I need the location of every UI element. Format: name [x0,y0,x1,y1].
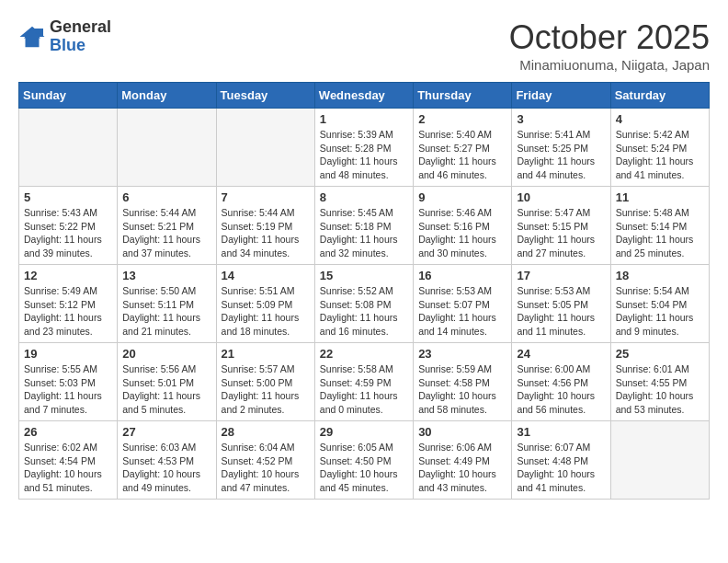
calendar-cell: 14Sunrise: 5:51 AM Sunset: 5:09 PM Dayli… [216,265,314,343]
day-number: 9 [418,190,506,204]
calendar-cell: 21Sunrise: 5:57 AM Sunset: 5:00 PM Dayli… [216,343,314,421]
calendar-header-row: SundayMondayTuesdayWednesdayThursdayFrid… [19,83,710,109]
calendar-cell [118,109,216,187]
calendar-cell: 20Sunrise: 5:56 AM Sunset: 5:01 PM Dayli… [118,343,216,421]
month-title: October 2025 [509,18,710,57]
day-info: Sunrise: 5:50 AM Sunset: 5:11 PM Dayligh… [122,284,210,339]
day-info: Sunrise: 5:46 AM Sunset: 5:16 PM Dayligh… [418,206,506,260]
calendar-cell: 26Sunrise: 6:02 AM Sunset: 4:54 PM Dayli… [19,421,118,500]
day-number: 14 [222,269,310,282]
calendar-cell: 4Sunrise: 5:42 AM Sunset: 5:24 PM Daylig… [610,109,709,187]
calendar-cell [610,421,709,500]
column-header-saturday: Saturday [610,83,709,109]
week-row-5: 26Sunrise: 6:02 AM Sunset: 4:54 PM Dayli… [19,421,710,500]
week-row-1: 1Sunrise: 5:39 AM Sunset: 5:28 PM Daylig… [19,109,710,187]
calendar-cell: 11Sunrise: 5:48 AM Sunset: 5:14 PM Dayli… [610,187,709,265]
day-info: Sunrise: 5:49 AM Sunset: 5:12 PM Dayligh… [24,284,112,339]
day-info: Sunrise: 6:06 AM Sunset: 4:49 PM Dayligh… [418,441,506,495]
day-number: 25 [616,347,704,361]
day-info: Sunrise: 6:00 AM Sunset: 4:56 PM Dayligh… [517,362,605,417]
day-info: Sunrise: 5:55 AM Sunset: 5:03 PM Dayligh… [24,362,112,417]
day-number: 18 [616,269,704,282]
column-header-thursday: Thursday [414,83,512,109]
day-number: 7 [222,190,310,204]
day-info: Sunrise: 5:41 AM Sunset: 5:25 PM Dayligh… [517,128,605,182]
day-info: Sunrise: 5:44 AM Sunset: 5:21 PM Dayligh… [122,206,210,260]
day-number: 16 [418,269,506,282]
day-info: Sunrise: 5:59 AM Sunset: 4:58 PM Dayligh… [418,362,506,417]
calendar-cell: 25Sunrise: 6:01 AM Sunset: 4:55 PM Dayli… [610,343,709,421]
calendar-cell: 5Sunrise: 5:43 AM Sunset: 5:22 PM Daylig… [19,187,118,265]
logo-icon [18,23,46,51]
day-number: 2 [418,112,506,126]
calendar-cell [19,109,118,187]
day-number: 24 [517,347,605,361]
day-number: 30 [418,425,506,439]
day-number: 28 [222,425,310,439]
day-info: Sunrise: 5:45 AM Sunset: 5:18 PM Dayligh… [320,206,408,260]
day-number: 19 [24,347,112,361]
day-info: Sunrise: 5:57 AM Sunset: 5:00 PM Dayligh… [222,362,310,417]
calendar-cell: 9Sunrise: 5:46 AM Sunset: 5:16 PM Daylig… [414,187,512,265]
calendar-cell [216,109,314,187]
logo-blue: Blue [50,37,111,55]
calendar-cell: 12Sunrise: 5:49 AM Sunset: 5:12 PM Dayli… [19,265,118,343]
day-number: 20 [122,347,210,361]
day-number: 1 [320,112,408,126]
day-number: 27 [122,425,210,439]
calendar-cell: 24Sunrise: 6:00 AM Sunset: 4:56 PM Dayli… [512,343,610,421]
day-number: 17 [517,269,605,282]
day-number: 31 [517,425,605,439]
calendar-cell: 3Sunrise: 5:41 AM Sunset: 5:25 PM Daylig… [512,109,610,187]
calendar-cell: 28Sunrise: 6:04 AM Sunset: 4:52 PM Dayli… [216,421,314,500]
day-info: Sunrise: 5:53 AM Sunset: 5:07 PM Dayligh… [418,284,506,339]
day-info: Sunrise: 5:39 AM Sunset: 5:28 PM Dayligh… [320,128,408,182]
calendar-cell: 13Sunrise: 5:50 AM Sunset: 5:11 PM Dayli… [118,265,216,343]
calendar-cell: 1Sunrise: 5:39 AM Sunset: 5:28 PM Daylig… [314,109,413,187]
day-number: 4 [616,112,704,126]
week-row-4: 19Sunrise: 5:55 AM Sunset: 5:03 PM Dayli… [19,343,710,421]
calendar-cell: 31Sunrise: 6:07 AM Sunset: 4:48 PM Dayli… [512,421,610,500]
day-number: 5 [24,190,112,204]
column-header-wednesday: Wednesday [314,83,413,109]
calendar-cell: 7Sunrise: 5:44 AM Sunset: 5:19 PM Daylig… [216,187,314,265]
title-section: October 2025 Minamiuonuma, Niigata, Japa… [509,18,710,73]
column-header-sunday: Sunday [19,83,118,109]
week-row-2: 5Sunrise: 5:43 AM Sunset: 5:22 PM Daylig… [19,187,710,265]
day-info: Sunrise: 5:43 AM Sunset: 5:22 PM Dayligh… [24,206,112,260]
day-info: Sunrise: 5:52 AM Sunset: 5:08 PM Dayligh… [320,284,408,339]
column-header-friday: Friday [512,83,610,109]
calendar-cell: 18Sunrise: 5:54 AM Sunset: 5:04 PM Dayli… [610,265,709,343]
day-number: 11 [616,190,704,204]
day-number: 10 [517,190,605,204]
day-info: Sunrise: 5:51 AM Sunset: 5:09 PM Dayligh… [222,284,310,339]
page-header: General Blue October 2025 Minamiuonuma, … [18,18,710,73]
day-info: Sunrise: 5:44 AM Sunset: 5:19 PM Dayligh… [222,206,310,260]
calendar-cell: 29Sunrise: 6:05 AM Sunset: 4:50 PM Dayli… [314,421,413,500]
week-row-3: 12Sunrise: 5:49 AM Sunset: 5:12 PM Dayli… [19,265,710,343]
calendar-cell: 15Sunrise: 5:52 AM Sunset: 5:08 PM Dayli… [314,265,413,343]
day-info: Sunrise: 5:58 AM Sunset: 4:59 PM Dayligh… [320,362,408,417]
column-header-tuesday: Tuesday [216,83,314,109]
day-info: Sunrise: 6:02 AM Sunset: 4:54 PM Dayligh… [24,441,112,495]
day-number: 8 [320,190,408,204]
calendar-cell: 6Sunrise: 5:44 AM Sunset: 5:21 PM Daylig… [118,187,216,265]
day-info: Sunrise: 6:01 AM Sunset: 4:55 PM Dayligh… [616,362,704,417]
calendar-cell: 10Sunrise: 5:47 AM Sunset: 5:15 PM Dayli… [512,187,610,265]
calendar-cell: 19Sunrise: 5:55 AM Sunset: 5:03 PM Dayli… [19,343,118,421]
calendar-cell: 2Sunrise: 5:40 AM Sunset: 5:27 PM Daylig… [414,109,512,187]
calendar-cell: 23Sunrise: 5:59 AM Sunset: 4:58 PM Dayli… [414,343,512,421]
calendar-cell: 8Sunrise: 5:45 AM Sunset: 5:18 PM Daylig… [314,187,413,265]
day-info: Sunrise: 5:56 AM Sunset: 5:01 PM Dayligh… [122,362,210,417]
day-number: 6 [122,190,210,204]
calendar-cell: 16Sunrise: 5:53 AM Sunset: 5:07 PM Dayli… [414,265,512,343]
day-number: 3 [517,112,605,126]
day-info: Sunrise: 5:47 AM Sunset: 5:15 PM Dayligh… [517,206,605,260]
day-number: 22 [320,347,408,361]
day-info: Sunrise: 6:07 AM Sunset: 4:48 PM Dayligh… [517,441,605,495]
calendar-table: SundayMondayTuesdayWednesdayThursdayFrid… [18,82,710,500]
location: Minamiuonuma, Niigata, Japan [509,57,710,73]
calendar-cell: 30Sunrise: 6:06 AM Sunset: 4:49 PM Dayli… [414,421,512,500]
calendar-cell: 17Sunrise: 5:53 AM Sunset: 5:05 PM Dayli… [512,265,610,343]
logo-text: General Blue [50,18,111,55]
